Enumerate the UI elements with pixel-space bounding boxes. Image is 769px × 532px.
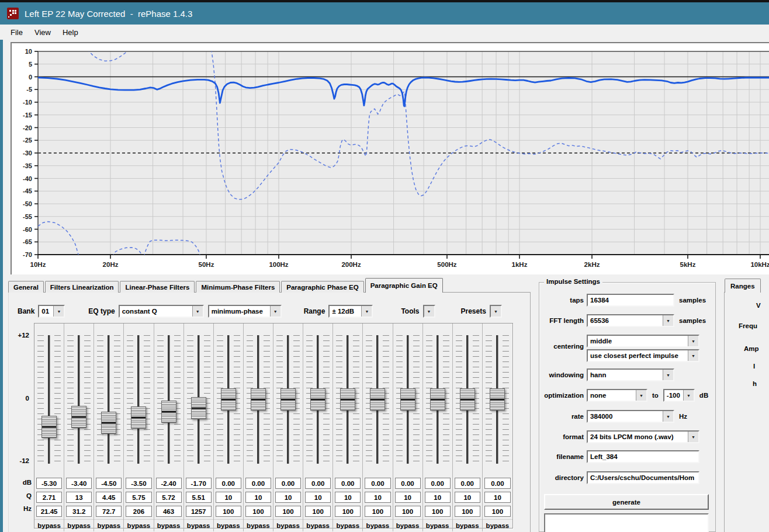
band-2-gain-field[interactable]: -3.40 bbox=[66, 478, 92, 489]
eq-phase-select[interactable]: minimum-phase ▼ bbox=[208, 305, 282, 318]
band-1-gain-field[interactable]: -5.30 bbox=[36, 478, 62, 489]
band-14-gain-field[interactable]: 0.00 bbox=[425, 478, 451, 489]
band-15-gain-slider[interactable] bbox=[453, 324, 482, 472]
band-1-bypass-button[interactable]: bypass bbox=[34, 519, 64, 531]
band-15-q-field[interactable]: 10 bbox=[455, 492, 480, 503]
optimization-dropdown-arrow-icon[interactable]: ▼ bbox=[636, 390, 646, 401]
centering-mode-select[interactable]: use closest perfect impulse ▼ bbox=[587, 349, 699, 362]
band-4-slider-handle[interactable] bbox=[131, 406, 146, 429]
band-2-slider-handle[interactable] bbox=[71, 406, 86, 428]
band-5-gain-field[interactable]: -2.40 bbox=[156, 478, 182, 489]
tools-menu-button[interactable]: ▼ bbox=[423, 305, 435, 318]
band-6-slider-handle[interactable] bbox=[191, 397, 206, 419]
band-7-gain-slider[interactable] bbox=[214, 324, 243, 472]
band-16-slider-handle[interactable] bbox=[490, 388, 505, 411]
band-3-gain-field[interactable]: -4.50 bbox=[96, 478, 122, 489]
band-10-freq-field[interactable]: 100 bbox=[305, 506, 331, 517]
optimization-db-dropdown-arrow-icon[interactable]: ▼ bbox=[683, 390, 694, 401]
band-11-freq-field[interactable]: 100 bbox=[335, 506, 361, 517]
band-9-gain-slider[interactable] bbox=[273, 324, 303, 472]
tab-minimum-phase-filters[interactable]: Minimum-Phase Filters bbox=[196, 281, 280, 293]
band-7-gain-field[interactable]: 0.00 bbox=[216, 478, 241, 489]
band-1-q-field[interactable]: 2.71 bbox=[36, 492, 62, 503]
band-10-gain-slider[interactable] bbox=[303, 324, 332, 472]
centering-dropdown-arrow-icon[interactable]: ▼ bbox=[688, 336, 698, 346]
optimization-db-select[interactable]: -100 ▼ bbox=[663, 389, 695, 402]
band-6-freq-field[interactable]: 1257 bbox=[186, 506, 212, 517]
slider-track[interactable] bbox=[137, 335, 140, 464]
band-11-q-field[interactable]: 10 bbox=[335, 492, 361, 503]
band-5-gain-slider[interactable] bbox=[154, 324, 183, 472]
band-13-slider-handle[interactable] bbox=[400, 388, 415, 411]
centering-mode-dropdown-arrow-icon[interactable]: ▼ bbox=[688, 350, 698, 361]
band-5-freq-field[interactable]: 463 bbox=[156, 506, 182, 517]
band-2-bypass-button[interactable]: bypass bbox=[64, 519, 93, 531]
response-chart[interactable]: 1050-5-10-15-20-25-30-35-40-45-50-55-60-… bbox=[12, 43, 769, 273]
band-16-q-field[interactable]: 10 bbox=[484, 492, 511, 503]
band-9-gain-field[interactable]: 0.00 bbox=[275, 478, 301, 489]
menu-file[interactable]: File bbox=[5, 26, 29, 39]
band-12-slider-handle[interactable] bbox=[370, 388, 385, 411]
bank-select[interactable]: 01 ▼ bbox=[38, 305, 65, 318]
title-bar[interactable]: Left EP 22 May Corrected - rePhase 1.4.3 bbox=[0, 2, 769, 25]
band-16-bypass-button[interactable]: bypass bbox=[483, 519, 512, 531]
tab-paragraphic-gain-eq[interactable]: Paragraphic Gain EQ bbox=[365, 278, 443, 293]
tools-dropdown-arrow-icon[interactable]: ▼ bbox=[424, 306, 434, 317]
directory-input[interactable] bbox=[587, 471, 699, 484]
band-8-gain-slider[interactable] bbox=[244, 324, 273, 472]
band-8-slider-handle[interactable] bbox=[251, 388, 266, 411]
filename-input[interactable] bbox=[587, 450, 699, 463]
band-8-gain-field[interactable]: 0.00 bbox=[245, 478, 271, 489]
eq-phase-dropdown-arrow-icon[interactable]: ▼ bbox=[270, 306, 280, 317]
band-5-bypass-button[interactable]: bypass bbox=[154, 519, 183, 531]
band-10-bypass-button[interactable]: bypass bbox=[303, 519, 332, 531]
band-4-gain-slider[interactable] bbox=[124, 324, 153, 472]
band-12-freq-field[interactable]: 100 bbox=[365, 506, 390, 517]
windowing-dropdown-arrow-icon[interactable]: ▼ bbox=[663, 370, 673, 380]
band-9-slider-handle[interactable] bbox=[280, 388, 296, 411]
band-4-q-field[interactable]: 5.75 bbox=[126, 492, 151, 503]
fft-length-dropdown-arrow-icon[interactable]: ▼ bbox=[663, 315, 673, 326]
band-15-bypass-button[interactable]: bypass bbox=[453, 519, 482, 531]
band-15-gain-field[interactable]: 0.00 bbox=[455, 478, 480, 489]
taps-input[interactable] bbox=[587, 294, 674, 307]
band-11-gain-field[interactable]: 0.00 bbox=[335, 478, 361, 489]
band-12-gain-slider[interactable] bbox=[363, 324, 392, 472]
range-select[interactable]: ± 12dB ▼ bbox=[328, 305, 373, 318]
band-12-bypass-button[interactable]: bypass bbox=[363, 519, 392, 531]
band-14-bypass-button[interactable]: bypass bbox=[423, 519, 452, 531]
band-16-gain-field[interactable]: 0.00 bbox=[484, 478, 511, 489]
band-10-gain-field[interactable]: 0.00 bbox=[305, 478, 331, 489]
band-3-freq-field[interactable]: 72.7 bbox=[96, 506, 122, 517]
band-13-gain-slider[interactable] bbox=[393, 324, 422, 472]
band-7-q-field[interactable]: 10 bbox=[216, 492, 241, 503]
band-5-slider-handle[interactable] bbox=[161, 401, 176, 423]
fft-length-select[interactable]: 65536 ▼ bbox=[587, 314, 674, 327]
tab-general[interactable]: General bbox=[8, 281, 44, 293]
band-15-freq-field[interactable]: 100 bbox=[455, 506, 480, 517]
band-7-bypass-button[interactable]: bypass bbox=[214, 519, 243, 531]
band-11-gain-slider[interactable] bbox=[333, 324, 362, 472]
tab-paragraphic-phase-eq[interactable]: Paragraphic Phase EQ bbox=[281, 281, 363, 293]
slider-track[interactable] bbox=[168, 335, 170, 464]
band-14-q-field[interactable]: 10 bbox=[425, 492, 451, 503]
band-3-gain-slider[interactable] bbox=[94, 324, 123, 472]
centering-select[interactable]: middle ▼ bbox=[587, 335, 699, 347]
band-7-slider-handle[interactable] bbox=[221, 388, 236, 411]
band-2-freq-field[interactable]: 31.2 bbox=[66, 506, 92, 517]
band-16-freq-field[interactable]: 100 bbox=[484, 506, 511, 517]
menu-view[interactable]: View bbox=[29, 26, 57, 39]
presets-dropdown-arrow-icon[interactable]: ▼ bbox=[491, 306, 501, 317]
band-8-freq-field[interactable]: 100 bbox=[245, 506, 271, 517]
range-dropdown-arrow-icon[interactable]: ▼ bbox=[361, 306, 372, 317]
band-8-bypass-button[interactable]: bypass bbox=[244, 519, 273, 531]
band-13-q-field[interactable]: 10 bbox=[395, 492, 421, 503]
band-8-q-field[interactable]: 10 bbox=[245, 492, 271, 503]
band-4-gain-field[interactable]: -3.50 bbox=[126, 478, 151, 489]
band-6-q-field[interactable]: 5.51 bbox=[186, 492, 212, 503]
band-1-gain-slider[interactable] bbox=[34, 324, 64, 472]
band-12-gain-field[interactable]: 0.00 bbox=[365, 478, 390, 489]
band-14-gain-slider[interactable] bbox=[423, 324, 452, 472]
eq-type-dropdown-arrow-icon[interactable]: ▼ bbox=[192, 306, 203, 317]
rate-select[interactable]: 384000 ▼ bbox=[587, 410, 674, 423]
